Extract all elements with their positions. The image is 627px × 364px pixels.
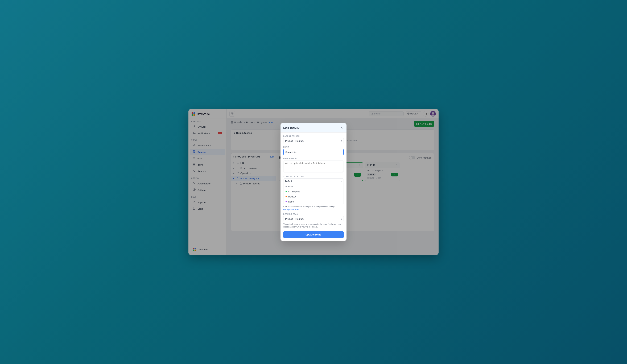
default-team-field: DEFAULT TEAM Product - Program The defau… [283,213,344,228]
modal-header: EDIT BOARD ✕ [280,123,347,133]
status-note-text: Status collections are managed in the or… [283,206,336,208]
update-board-button[interactable]: Update Board [283,231,344,238]
name-field: NAME [283,146,344,155]
status-collection-value: Default [285,180,292,183]
parent-folder-field: PARENT FOLDER Product - Program [283,135,344,144]
modal-close-button[interactable]: ✕ [340,126,344,130]
modal-body: PARENT FOLDER Product - Program NAME DES… [280,133,347,241]
status-item-new: New [283,184,344,189]
edit-board-modal: EDIT BOARD ✕ PARENT FOLDER Product - Pro… [280,123,347,241]
default-team-select-wrap: Product - Program [283,216,344,222]
name-input[interactable] [283,149,344,155]
parent-folder-select[interactable]: Product - Program [283,138,344,144]
name-label: NAME [283,146,344,148]
description-textarea[interactable] [283,160,344,172]
default-team-label: DEFAULT TEAM [283,213,344,215]
status-collection-header[interactable]: Default ▾ [283,179,344,184]
status-collection-label: STATUS COLLECTION [283,176,344,177]
status-dot-in-progress [286,191,287,192]
description-label: DESCRIPTION [283,157,344,159]
status-dot-done [286,201,287,202]
modal-overlay[interactable]: EDIT BOARD ✕ PARENT FOLDER Product - Pro… [0,0,627,364]
parent-folder-select-wrap: Product - Program [283,138,344,144]
modal-title: EDIT BOARD [283,126,300,129]
status-label-in-progress: In Progress [288,190,300,193]
status-collection-dropdown: Default ▾ New In Progress [283,178,344,205]
status-collection-field: STATUS COLLECTION Default ▾ New In Pr [283,176,344,211]
status-item-done: Done [283,199,344,204]
status-dot-new [286,186,287,187]
status-label-done: Done [288,200,294,203]
parent-folder-label: PARENT FOLDER [283,135,344,137]
default-team-select[interactable]: Product - Program [283,216,344,222]
status-item-review: Review [283,194,344,199]
status-collection-note: Status collections are managed in the or… [283,205,344,211]
status-items-list: New In Progress Review Done [283,184,344,204]
status-item-in-progress: In Progress [283,189,344,194]
default-team-note: The default team is used to pre populate… [283,223,344,228]
status-label-review: Review [288,195,296,198]
status-label-new: New [288,185,293,188]
status-collection-chevron-icon: ▾ [341,180,342,183]
description-field: DESCRIPTION [283,157,344,173]
status-dot-review [286,196,287,197]
manage-statuses-link[interactable]: Manage Statuses [283,208,299,210]
